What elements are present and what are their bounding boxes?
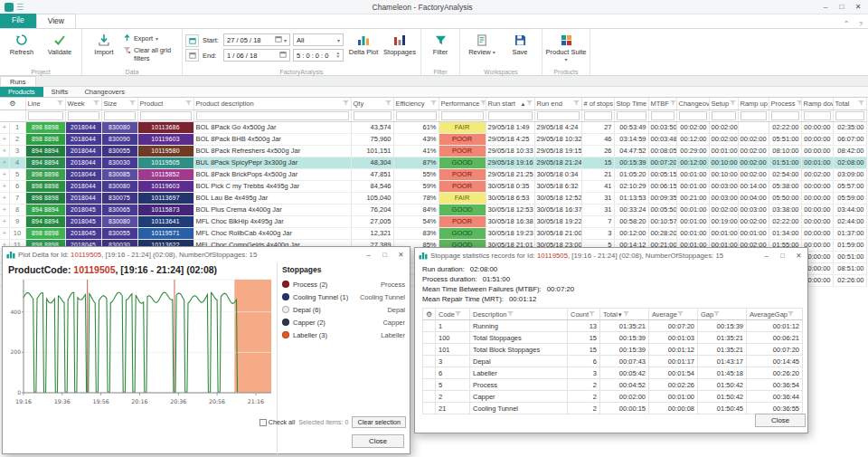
cell-product[interactable]: 10119603 [137, 180, 193, 192]
cell-setup[interactable]: 00:03:00 [709, 192, 738, 204]
menu-icon[interactable]: ☰ [16, 3, 24, 12]
start-date-dropdown-icon[interactable]: ▾ [284, 37, 287, 43]
legend-item-process[interactable]: Process (2)Process [282, 278, 405, 290]
grid-row[interactable]: +1898 8898201804483008010113686BOL 8Pack… [0, 121, 866, 133]
cell-process[interactable]: 03:38:00 [769, 204, 801, 215]
cell-perf[interactable]: GOOD [439, 157, 486, 168]
row-expand-icon[interactable]: + [0, 204, 9, 215]
cell-total[interactable]: 02:35:00 [833, 121, 866, 133]
stats-cell-description[interactable]: Total Block Stoppages [470, 344, 568, 356]
plot-dialog-close-button[interactable]: Close [352, 434, 404, 448]
calendar-icon[interactable] [279, 51, 287, 60]
cell-qty[interactable]: 47,851 [351, 168, 393, 180]
grid-filter-input-setup[interactable] [712, 111, 736, 120]
cell-perf[interactable]: GOOD [439, 204, 486, 215]
cell-perf[interactable]: POOR [439, 145, 486, 157]
cell-qty[interactable]: 75,960 [351, 133, 393, 145]
stats-cell-code[interactable]: 3 [436, 356, 470, 367]
cell-desc[interactable]: BOL 8Pack Go 4x500g Jar [193, 121, 351, 133]
cell-setup[interactable]: 00:02:00 [709, 121, 738, 133]
cell-stops[interactable]: 26 [581, 145, 614, 157]
cell-ramp-down[interactable]: 00:00:00 [801, 180, 833, 192]
minimize-button[interactable]: – [817, 1, 834, 14]
range-dropdown-icon[interactable]: ▾ [337, 37, 340, 43]
cell-perf[interactable]: GOOD [439, 227, 486, 239]
cell-run-end[interactable]: 30/05/18 12:52 [534, 192, 581, 204]
cell-size[interactable]: 830080 [101, 121, 137, 133]
cell-perf[interactable]: POOR [439, 180, 486, 192]
stats-row[interactable]: 21Cooling Tunnel200:00:1500:00:0801:50:4… [423, 403, 803, 414]
stats-cell-description[interactable]: Labeller [470, 367, 568, 379]
cell-total[interactable]: 02:08:00 [833, 157, 866, 168]
stats-cell-gap[interactable]: 00:15:39 [698, 320, 747, 332]
cell-desc[interactable]: BOL Pick C my Trebbs 4x495g Jar [193, 180, 351, 192]
cell-changeover[interactable]: 00:01:00 [676, 215, 709, 227]
cell-run-start[interactable]: 30/05/18 6:53 [486, 192, 534, 204]
stats-settings-gear-icon[interactable]: ⚙ [423, 309, 436, 320]
check-all-checkbox[interactable]: Check all [259, 418, 296, 426]
cell-week[interactable]: 2018044 [65, 157, 101, 168]
cell-total[interactable]: 08:51:00 [833, 262, 866, 274]
plot-dialog-title-bar[interactable]: Plot Delta for Id: 10119505, [19:16 - 21… [3, 247, 410, 262]
grid-row[interactable]: +4894 8894201804483003010119505BUL 8Pack… [0, 157, 866, 168]
stats-cell-average[interactable]: 00:00:08 [649, 403, 698, 414]
cell-ramp-up[interactable] [738, 121, 769, 133]
cell-setup[interactable]: 00:01:00 [709, 145, 738, 157]
product-suite-button[interactable]: Product Suite ▾ [545, 30, 587, 64]
cell-process[interactable]: 01:34:00 [769, 227, 801, 239]
cell-size[interactable]: 830080 [101, 180, 137, 192]
stats-cell-averagegap[interactable]: 00:36:54 [747, 379, 803, 391]
cell-week[interactable]: 2018044 [65, 145, 101, 157]
column-header-size[interactable]: Size [101, 98, 137, 109]
cell-changeover[interactable]: 00:21:00 [676, 192, 709, 204]
cell-stops[interactable]: 7 [581, 215, 614, 227]
column-header-ramp-up[interactable]: Ramp up [738, 98, 769, 109]
calendar-icon[interactable] [275, 35, 282, 44]
cell-stop-time[interactable]: 00:53:49 [614, 121, 648, 133]
legend-category[interactable]: Process [381, 281, 405, 289]
filter-funnel-icon[interactable] [526, 100, 533, 106]
grid-filter-input-line[interactable] [28, 111, 63, 120]
cell-ramp-down[interactable]: 00:00:00 [801, 133, 833, 145]
cell-process[interactable]: 05:38:00 [769, 180, 801, 192]
cell-line[interactable]: 898 8898 [25, 168, 65, 180]
cell-run-end[interactable]: 29/05/18 21:24 [534, 157, 581, 168]
stats-cell-total[interactable]: 01:35:21 [600, 320, 649, 332]
cell-desc[interactable]: BOL 8Pack BrickPops 4x500g Jar [193, 168, 351, 180]
cell-perf[interactable]: FAIR [439, 121, 486, 133]
legend-item-labeller[interactable]: Labeller (3)Labeller [282, 328, 405, 341]
stats-cell-average[interactable]: 00:01:12 [649, 344, 698, 356]
filter-funnel-icon[interactable] [93, 100, 99, 106]
dialog-close-icon[interactable]: ✕ [792, 250, 806, 262]
grid-filter-input-efficiency[interactable] [396, 111, 437, 120]
stats-column-header-average[interactable]: Average [649, 309, 698, 320]
tab-runs[interactable]: Runs [0, 76, 36, 86]
filter-funnel-icon[interactable] [185, 100, 192, 106]
grid-filter-input-changeover[interactable] [679, 111, 707, 120]
cell-run-end[interactable]: 30/05/18 16:37 [534, 204, 581, 215]
cell-run-start[interactable]: 29/05/18 10:33 [486, 145, 534, 157]
column-header-run-end[interactable]: Run end [534, 98, 581, 109]
column-header-mtbf[interactable]: MTBF [648, 98, 676, 109]
legend-category[interactable]: Depal [387, 306, 405, 314]
cell-eff[interactable]: 54% [393, 215, 439, 227]
grid-filter-input-run-start[interactable] [488, 111, 533, 120]
cell-eff[interactable]: 59% [393, 180, 439, 192]
cell-run-start[interactable]: 29/05/18 1:49 [486, 121, 534, 133]
filter-funnel-icon[interactable] [343, 100, 349, 106]
grid-row[interactable]: +6898 8898201804483008010119603BOL Pick … [0, 180, 866, 192]
stats-column-header-total[interactable]: Total▼ [600, 309, 649, 320]
cell-qty[interactable]: 27,005 [351, 215, 393, 227]
stats-cell-averagegap[interactable]: 00:26:20 [747, 367, 803, 379]
stats-cell-code[interactable]: 1 [436, 320, 470, 332]
cell-changeover[interactable]: 00:12:00 [676, 157, 709, 168]
grid-filter-input-ramp-up[interactable] [741, 111, 767, 120]
stats-cell-code[interactable]: 100 [436, 332, 470, 344]
column-header-stop-time[interactable]: Stop Time [614, 98, 648, 109]
cell-ramp-up[interactable]: 00:02:00 [738, 168, 769, 180]
cell-qty[interactable]: 76,204 [351, 204, 393, 215]
filter-funnel-icon[interactable] [797, 100, 801, 106]
cell-mtbf[interactable]: 00:08:05 [648, 145, 676, 157]
grid-row[interactable]: +2898 8898201804483009010119603BOL 8Pack… [0, 133, 866, 145]
stats-cell-count[interactable]: 15 [568, 332, 600, 344]
